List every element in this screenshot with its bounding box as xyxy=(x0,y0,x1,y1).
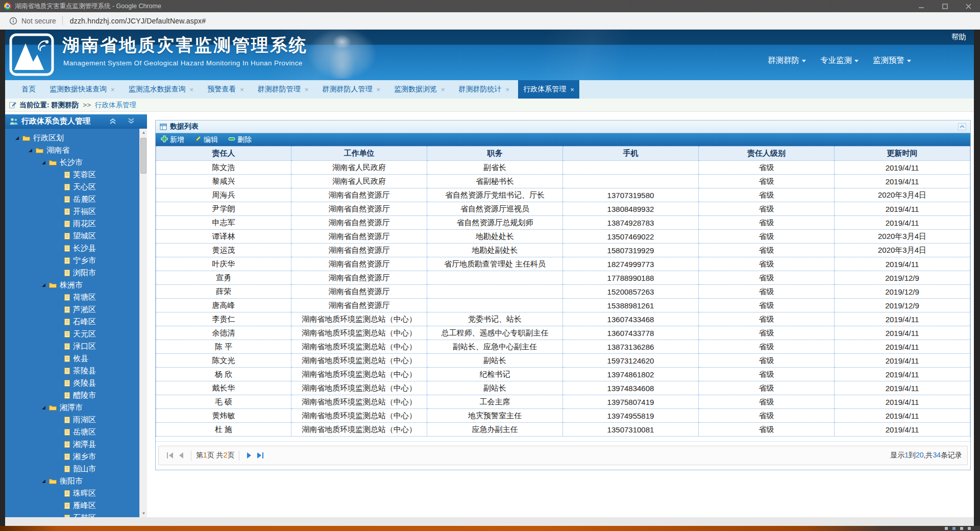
help-link[interactable]: 帮助 xyxy=(951,32,966,42)
tree-node-14[interactable]: 芦淞区 xyxy=(5,303,139,316)
tree-node-19[interactable]: 茶陵县 xyxy=(5,365,139,377)
tree-node-30[interactable]: 雁峰区 xyxy=(5,499,139,512)
table-row[interactable]: 唐高峰湖南省自然资源厅15388981261省级2019/12/9 xyxy=(156,298,970,312)
tree-node-3[interactable]: 芙蓉区 xyxy=(5,168,139,181)
tab-2[interactable]: 监测流水数据查询× xyxy=(124,80,199,99)
table-row[interactable]: 谭译林湖南省自然资源厅地勘处处长13507469022省级2020年3月4日 xyxy=(156,229,970,243)
column-header[interactable]: 责任人 xyxy=(156,146,291,160)
table-row[interactable]: 宣勇湖南省自然资源厅17788990188省级2019/12/9 xyxy=(156,271,970,284)
tree-node-1[interactable]: 湖南省 xyxy=(5,144,139,156)
table-row[interactable]: 尹学朗湖南省自然资源厅省自然资源厅巡视员13808489932省级2019/4/… xyxy=(156,202,970,215)
table-row[interactable]: 杨 欣湖南省地质环境监测总站（中心）纪检书记13974861802省级2019/… xyxy=(156,367,970,381)
scroll-down-icon[interactable]: ▼ xyxy=(140,510,147,517)
toolbar-button-0[interactable]: 新增 xyxy=(161,135,184,144)
tab-3[interactable]: 预警查看× xyxy=(202,80,249,99)
tab-close-icon[interactable]: × xyxy=(240,86,244,93)
tab-1[interactable]: 监测数据快速查询× xyxy=(44,80,120,99)
tree-node-2[interactable]: 长沙市 xyxy=(5,156,139,168)
table-row[interactable]: 薛荣湖南省自然资源厅15200857263省级2019/12/9 xyxy=(156,284,970,298)
table-row[interactable]: 周海兵湖南省自然资源厅省自然资源厅党组书记、厅长13707319580省级202… xyxy=(156,188,970,202)
tab-0[interactable]: 首页 xyxy=(16,80,41,99)
tree-node-18[interactable]: 攸县 xyxy=(5,352,139,365)
tree-node-5[interactable]: 岳麓区 xyxy=(5,193,139,205)
tree-node-11[interactable]: 浏阳市 xyxy=(5,267,139,279)
table-row[interactable]: 黎咸兴湖南省人民政府省副秘书长省级2019/4/11 xyxy=(156,174,970,188)
tree-node-16[interactable]: 天元区 xyxy=(5,328,139,340)
tree-node-4[interactable]: 天心区 xyxy=(5,181,139,193)
prev-page-button[interactable] xyxy=(179,452,183,458)
tree-node-7[interactable]: 雨花区 xyxy=(5,218,139,230)
tab-close-icon[interactable]: × xyxy=(376,86,380,93)
tree-node-8[interactable]: 望城区 xyxy=(5,230,139,242)
expand-arrow-icon[interactable] xyxy=(42,283,45,287)
tree-node-15[interactable]: 石峰区 xyxy=(5,316,139,328)
url-text[interactable]: dzzh.hndzhj.com/JCYJ/DefaultNew.aspx# xyxy=(70,17,206,25)
column-header[interactable]: 责任人级别 xyxy=(699,146,835,160)
tree-node-21[interactable]: 醴陵市 xyxy=(5,389,139,401)
tree-node-20[interactable]: 炎陵县 xyxy=(5,377,139,389)
expand-arrow-icon[interactable] xyxy=(42,406,45,409)
table-row[interactable]: 杜 施湖南省地质环境监测总站（中心）应急办副主任13507310081省级201… xyxy=(156,422,970,436)
panel-collapse-icon[interactable] xyxy=(958,123,966,130)
table-row[interactable]: 余德清湖南省地质环境监测总站（中心）总工程师、遥感中心专职副主任13607433… xyxy=(156,326,970,340)
info-icon[interactable] xyxy=(9,17,17,25)
tray-icon[interactable] xyxy=(952,527,955,530)
table-row[interactable]: 毛 硕湖南省地质环境监测总站（中心）工会主席13975807419省级2019/… xyxy=(156,395,970,408)
table-row[interactable]: 李贵仁湖南省地质环境监测总站（中心）党委书记、站长13607433468省级20… xyxy=(156,312,970,326)
tree-node-12[interactable]: 株洲市 xyxy=(5,279,139,291)
tab-close-icon[interactable]: × xyxy=(441,86,445,93)
tree-node-23[interactable]: 雨湖区 xyxy=(5,414,139,426)
column-header[interactable]: 手机 xyxy=(563,146,699,160)
tree-node-24[interactable]: 岳塘区 xyxy=(5,426,139,438)
sidebar-scrollbar[interactable]: ▲ ▼ xyxy=(139,129,147,517)
table-row[interactable]: 陈 平湖南省地质环境监测总站（中心）副站长、应急中心副主任13873136286… xyxy=(156,340,970,353)
toolbar-button-2[interactable]: 删除 xyxy=(228,135,252,144)
first-page-button[interactable] xyxy=(167,452,173,458)
nav-item-0[interactable]: 群测群防 xyxy=(768,55,806,66)
tray-icon[interactable] xyxy=(945,527,948,530)
address-bar[interactable]: Not secure dzzh.hndzhj.com/JCYJ/DefaultN… xyxy=(0,12,980,30)
tab-8[interactable]: 行政体系管理× xyxy=(518,80,579,99)
expand-arrow-icon[interactable] xyxy=(42,161,45,164)
scroll-up-icon[interactable]: ▲ xyxy=(140,129,147,136)
tree-node-27[interactable]: 韶山市 xyxy=(5,463,139,475)
tree-node-26[interactable]: 湘乡市 xyxy=(5,450,139,463)
tree-node-31[interactable]: 石鼓区 xyxy=(5,512,139,517)
column-header[interactable]: 工作单位 xyxy=(291,146,427,160)
tree-node-25[interactable]: 湘潭县 xyxy=(5,438,139,450)
tree-node-22[interactable]: 湘潭市 xyxy=(5,401,139,414)
tab-5[interactable]: 群测群防人管理× xyxy=(317,80,385,99)
tab-close-icon[interactable]: × xyxy=(305,86,309,93)
breadcrumb-current[interactable]: 行政体系管理 xyxy=(95,101,136,110)
nav-item-1[interactable]: 专业监测 xyxy=(820,55,859,66)
column-header[interactable]: 更新时间 xyxy=(835,146,970,160)
expand-arrow-icon[interactable] xyxy=(29,149,32,152)
expand-down-icon[interactable] xyxy=(128,118,135,124)
table-row[interactable]: 黄炜敏湖南省地质环境监测总站（中心）地灾预警室主任13974955819省级20… xyxy=(156,408,970,422)
expand-arrow-icon[interactable] xyxy=(15,136,19,140)
tree-node-0[interactable]: 行政区划 xyxy=(5,132,139,144)
tree-node-28[interactable]: 衡阳市 xyxy=(5,475,139,487)
table-row[interactable]: 陈文光湖南省地质环境监测总站（中心）副站长15973124620省级2019/4… xyxy=(156,353,970,367)
tree-node-13[interactable]: 荷塘区 xyxy=(5,291,139,303)
tab-7[interactable]: 群测群防统计× xyxy=(454,80,515,99)
nav-item-2[interactable]: 监测预警 xyxy=(873,55,911,66)
next-page-button[interactable] xyxy=(247,452,251,458)
table-row[interactable]: 申志军湖南省自然资源厅省自然资源厅总规划师13874928783省级2019/4… xyxy=(156,215,970,229)
tree-node-17[interactable]: 渌口区 xyxy=(5,340,139,352)
table-row[interactable]: 叶庆华湖南省自然资源厅省厅地质勘查管理处 主任科员18274999773省级20… xyxy=(156,257,970,271)
maximize-icon[interactable] xyxy=(933,0,957,12)
table-row[interactable]: 陈文浩湖南省人民政府副省长省级2019/4/11 xyxy=(156,160,970,174)
close-icon[interactable] xyxy=(957,0,980,12)
table-row[interactable]: 戴长华湖南省地质环境监测总站（中心）副站长13974834608省级2019/4… xyxy=(156,381,970,395)
tab-close-icon[interactable]: × xyxy=(111,86,115,93)
tree-node-6[interactable]: 开福区 xyxy=(5,205,139,218)
last-page-button[interactable] xyxy=(257,452,263,458)
collapse-up-icon[interactable] xyxy=(109,118,116,124)
tree-node-9[interactable]: 长沙县 xyxy=(5,242,139,254)
tab-4[interactable]: 群测群防管理× xyxy=(253,80,314,99)
tree-node-29[interactable]: 珠晖区 xyxy=(5,487,139,499)
table-row[interactable]: 黄运茂湖南省自然资源厅地勘处副处长15807319929省级2020年3月4日 xyxy=(156,243,970,257)
minimize-icon[interactable] xyxy=(910,0,933,12)
column-header[interactable]: 职务 xyxy=(427,146,563,160)
